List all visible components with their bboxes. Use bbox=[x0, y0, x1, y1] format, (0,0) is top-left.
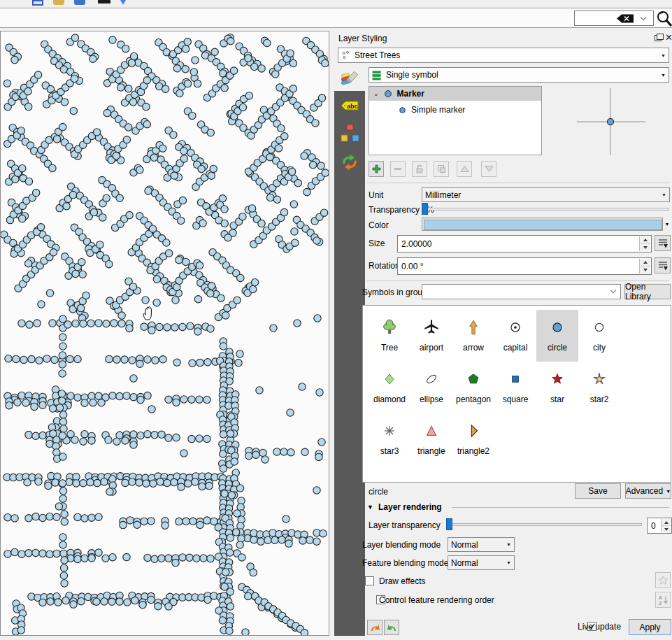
search-input[interactable] bbox=[574, 10, 654, 26]
data-defined-icon bbox=[657, 238, 669, 249]
customize-effects-button[interactable] bbox=[655, 572, 671, 588]
renderer-combo[interactable]: Single symbol ▼ bbox=[369, 67, 669, 83]
marker-circle-icon bbox=[384, 90, 392, 98]
move-up-button[interactable] bbox=[457, 161, 472, 177]
sort-az-icon: A Z bbox=[658, 595, 669, 606]
symbol-layer-tree[interactable]: ⌄ Marker Simple marker bbox=[369, 86, 542, 155]
symbol-item-label: capital bbox=[503, 343, 528, 353]
layer-transparency-spinbox[interactable]: 0 bbox=[647, 518, 672, 534]
color-button[interactable] bbox=[422, 218, 663, 231]
symbol-item-diamond[interactable]: diamond bbox=[369, 362, 410, 413]
diamond-icon bbox=[380, 367, 399, 392]
map-canvas[interactable] bbox=[0, 31, 329, 636]
symbol-item-star[interactable]: star bbox=[536, 362, 578, 413]
symbol-item-star3[interactable]: star3 bbox=[369, 413, 410, 465]
size-down-arrow[interactable] bbox=[640, 244, 650, 251]
unit-combo[interactable]: Millimeter ▼ bbox=[422, 187, 670, 202]
toolbar-icon-partial-2[interactable] bbox=[53, 0, 64, 5]
tab-symbology[interactable] bbox=[334, 64, 365, 91]
feature-blending-combo[interactable]: Normal ▼ bbox=[448, 555, 515, 570]
symbol-item-Tree[interactable]: Tree bbox=[369, 310, 410, 362]
symbol-item-label: ellipse bbox=[420, 394, 443, 404]
symbol-item-pentagon[interactable]: pentagon bbox=[452, 362, 494, 413]
layer-selector-combo[interactable]: Street Trees ▼ bbox=[338, 48, 669, 63]
renderer-arrow-icon: ▼ bbox=[661, 73, 666, 78]
toolbar-strip bbox=[0, 0, 672, 8]
save-button[interactable]: Save bbox=[575, 483, 621, 499]
layer-transparency-slider[interactable] bbox=[448, 523, 642, 526]
toolbar-icon-partial-1[interactable] bbox=[32, 0, 43, 6]
symbol-item-capital[interactable]: capital bbox=[494, 310, 536, 362]
symbol-tree-child-label: Simple marker bbox=[411, 105, 465, 115]
tab-labels[interactable]: abc bbox=[334, 92, 365, 119]
size-spinbox[interactable]: 2.00000 bbox=[397, 235, 652, 253]
expand-chevron-icon[interactable]: ⌄ bbox=[373, 90, 379, 97]
rotation-down-arrow[interactable] bbox=[640, 266, 650, 273]
style-manager-icon bbox=[339, 123, 360, 144]
symbol-item-triangle[interactable]: triangle bbox=[410, 413, 452, 465]
size-data-defined-override-button[interactable] bbox=[655, 235, 671, 251]
marker-preview bbox=[565, 87, 670, 157]
layer-blending-arrow-icon: ▼ bbox=[506, 542, 511, 547]
symbol-tree-root-row[interactable]: ⌄ Marker bbox=[369, 87, 541, 101]
apply-button[interactable]: Apply bbox=[629, 619, 671, 635]
live-update-label: Live update bbox=[578, 622, 621, 632]
clear-search-icon[interactable] bbox=[615, 13, 635, 24]
lt-down-arrow[interactable] bbox=[662, 526, 671, 532]
symbol-tree-child-row[interactable]: Simple marker bbox=[369, 103, 541, 117]
toolbar-icon-partial-5[interactable] bbox=[120, 0, 126, 5]
magnifier-icon[interactable] bbox=[656, 10, 672, 27]
star3-icon bbox=[380, 418, 399, 443]
lock-symbol-layer-button[interactable] bbox=[412, 161, 427, 177]
rotation-up-arrow[interactable] bbox=[640, 259, 650, 266]
symbol-item-label: pentagon bbox=[456, 394, 491, 404]
redo-button[interactable] bbox=[384, 620, 399, 635]
remove-symbol-layer-button[interactable] bbox=[390, 161, 406, 177]
collapse-arrow-icon[interactable]: ▼ bbox=[367, 504, 373, 511]
current-symbol-name: circle bbox=[369, 487, 388, 497]
layer-blending-combo[interactable]: Normal ▼ bbox=[448, 537, 515, 552]
symbol-transparency-handle[interactable] bbox=[422, 203, 428, 215]
duplicate-icon bbox=[437, 164, 446, 173]
qgis-window: { "top_bar": { "search_value": "" }, "pa… bbox=[0, 0, 672, 640]
symbol-item-label: star2 bbox=[590, 394, 609, 404]
define-rendering-order-button[interactable]: A Z bbox=[655, 592, 671, 608]
symbol-item-ellipse[interactable]: ellipse bbox=[410, 362, 452, 413]
symbol-item-triangle2[interactable]: triangle2 bbox=[452, 413, 494, 465]
duplicate-symbol-layer-button[interactable] bbox=[434, 161, 449, 177]
layer-transparency-handle[interactable] bbox=[446, 518, 452, 530]
draw-effects-checkbox[interactable] bbox=[365, 576, 374, 585]
size-up-arrow[interactable] bbox=[640, 236, 650, 244]
symbol-item-square[interactable]: square bbox=[494, 362, 536, 413]
tree-icon bbox=[380, 315, 399, 340]
symbol-item-airport[interactable]: airport bbox=[410, 310, 452, 362]
open-library-button[interactable]: Open Library bbox=[624, 284, 671, 299]
symbol-grid: Treeairportarrowcapitalcirclecitydiamond… bbox=[362, 305, 671, 483]
toolbar-icon-partial-4[interactable] bbox=[98, 0, 110, 3]
layer-blending-value: Normal bbox=[451, 540, 478, 550]
undo-button[interactable] bbox=[367, 620, 383, 635]
symbols-group-combo[interactable] bbox=[422, 284, 621, 299]
symbol-transparency-slider[interactable] bbox=[424, 208, 669, 211]
symbol-item-circle[interactable]: circle bbox=[536, 310, 578, 362]
rotation-data-defined-override-button[interactable] bbox=[655, 257, 671, 273]
tab-history[interactable] bbox=[334, 148, 365, 175]
lt-up-arrow[interactable] bbox=[662, 519, 671, 526]
advanced-button[interactable]: Advanced ▼ bbox=[625, 483, 671, 499]
add-symbol-layer-button[interactable] bbox=[369, 161, 384, 177]
symbols-group-chevron-icon bbox=[609, 289, 617, 294]
float-panel-icon[interactable] bbox=[653, 34, 662, 43]
abc-labels-icon: abc bbox=[339, 97, 360, 115]
move-down-button[interactable] bbox=[481, 161, 496, 177]
symbol-item-label: triangle2 bbox=[457, 446, 489, 456]
symbol-item-city[interactable]: city bbox=[578, 310, 620, 362]
symbol-item-arrow[interactable]: arrow bbox=[452, 310, 494, 362]
tab-style-manager[interactable] bbox=[334, 120, 365, 147]
layer-selector-value: Street Trees bbox=[355, 50, 400, 60]
rotation-spinbox[interactable]: 0.00 ° bbox=[397, 257, 652, 275]
symbol-item-star2[interactable]: star2 bbox=[578, 362, 620, 413]
close-panel-icon[interactable]: ✕ bbox=[664, 33, 672, 42]
toolbar-icon-partial-3[interactable] bbox=[74, 0, 85, 5]
search-dropdown-chevron-icon[interactable] bbox=[639, 15, 648, 22]
color-dropdown-arrow-icon[interactable]: ▼ bbox=[663, 218, 671, 231]
